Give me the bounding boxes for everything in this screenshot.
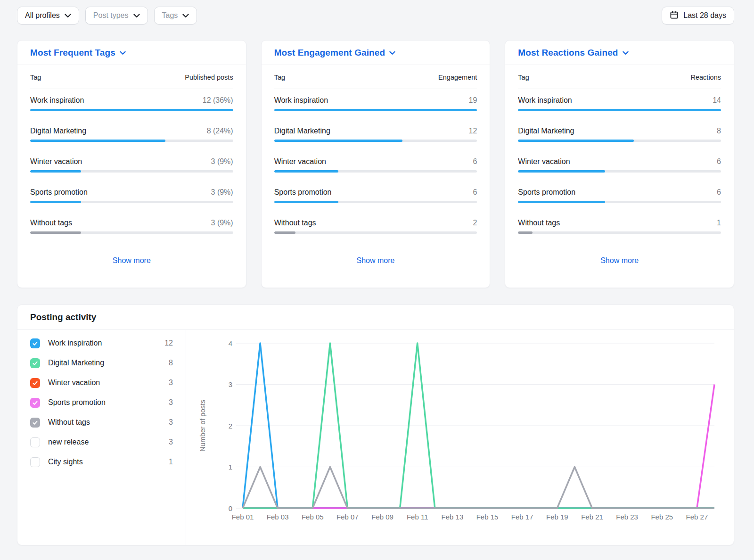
- stat-card-2: Most Reactions Gained Tag Reactions Work…: [505, 40, 734, 288]
- legend-count: 3: [169, 418, 173, 427]
- card-title: Most Engagement Gained: [274, 48, 385, 58]
- checkbox-unchecked-icon[interactable]: [30, 437, 40, 447]
- column-headers: Tag Published posts: [30, 74, 233, 89]
- line-chart: 01234Feb 01Feb 03Feb 05Feb 07Feb 09Feb 1…: [186, 330, 734, 545]
- series-line-sports-promotion: [243, 385, 714, 509]
- legend-count: 12: [164, 339, 173, 347]
- checkbox-checked-icon[interactable]: [30, 378, 40, 388]
- legend-label: Without tags: [48, 418, 169, 427]
- checkbox-checked-icon[interactable]: [30, 358, 40, 368]
- tag-name: Without tags: [518, 219, 560, 227]
- tag-ratio-bar: [30, 140, 233, 142]
- tag-value: 12 (36%): [203, 96, 233, 105]
- col-value: Reactions: [691, 74, 721, 81]
- tag-value: 3 (9%): [211, 157, 233, 166]
- tag-ratio-bar: [30, 109, 233, 111]
- card-title-dropdown[interactable]: Most Engagement Gained: [262, 41, 490, 65]
- tag-row: Winter vacation 6: [274, 150, 477, 181]
- posting-activity-title: Posting activity: [30, 312, 96, 322]
- tags-filter-label: Tags: [162, 11, 178, 20]
- tag-name: Winter vacation: [30, 157, 82, 166]
- x-tick-label: Feb 15: [476, 513, 499, 521]
- x-tick-label: Feb 25: [651, 513, 673, 521]
- legend-label: Digital Marketing: [48, 359, 169, 367]
- legend-item[interactable]: Digital Marketing8: [30, 353, 173, 373]
- y-tick-label: 2: [229, 422, 232, 430]
- tag-row: Sports promotion 3 (9%): [30, 181, 233, 212]
- tag-row: Winter vacation 6: [518, 150, 721, 181]
- tag-value: 8 (24%): [207, 127, 233, 135]
- tag-name: Winter vacation: [274, 157, 326, 166]
- legend-label: new release: [48, 438, 169, 446]
- card-title: Most Reactions Gained: [518, 48, 618, 58]
- posting-activity-chart: 01234Feb 01Feb 03Feb 05Feb 07Feb 09Feb 1…: [186, 330, 734, 545]
- legend-item[interactable]: City sights1: [30, 452, 173, 472]
- tag-name: Winter vacation: [518, 157, 570, 166]
- y-tick-label: 0: [229, 504, 232, 512]
- card-title-dropdown[interactable]: Most Frequent Tags: [17, 41, 246, 65]
- x-tick-label: Feb 07: [336, 513, 359, 521]
- legend-count: 3: [169, 379, 173, 387]
- legend-item[interactable]: new release3: [30, 432, 173, 452]
- checkbox-checked-icon[interactable]: [30, 338, 40, 348]
- tag-name: Work inspiration: [30, 96, 84, 105]
- x-tick-label: Feb 03: [267, 513, 289, 521]
- tag-name: Sports promotion: [30, 188, 88, 197]
- legend-count: 3: [169, 438, 173, 446]
- post-types-filter-dropdown[interactable]: Post types: [85, 7, 148, 25]
- card-title-dropdown[interactable]: Most Reactions Gained: [505, 41, 734, 65]
- legend-count: 8: [169, 359, 173, 367]
- show-more-link[interactable]: Show more: [518, 256, 721, 265]
- tag-name: Work inspiration: [518, 96, 572, 105]
- tag-row: Digital Marketing 8 (24%): [30, 120, 233, 150]
- tag-row: Without tags 2: [274, 212, 477, 242]
- profiles-filter-dropdown[interactable]: All profiles: [17, 7, 79, 25]
- x-tick-label: Feb 27: [686, 513, 708, 521]
- show-more-link[interactable]: Show more: [274, 256, 477, 265]
- tag-value: 6: [473, 157, 477, 166]
- legend-label: Winter vacation: [48, 379, 169, 387]
- chevron-down-icon: [623, 49, 629, 57]
- legend-label: Sports promotion: [48, 398, 169, 407]
- tags-filter-dropdown[interactable]: Tags: [154, 7, 197, 25]
- tag-row: Sports promotion 6: [518, 181, 721, 212]
- x-tick-label: Feb 09: [371, 513, 393, 521]
- y-tick-label: 3: [229, 380, 232, 388]
- tag-ratio-bar: [518, 140, 721, 142]
- checkbox-unchecked-icon[interactable]: [30, 457, 40, 467]
- tag-row: Winter vacation 3 (9%): [30, 150, 233, 181]
- x-tick-label: Feb 23: [616, 513, 638, 521]
- date-range-label: Last 28 days: [683, 11, 726, 20]
- legend-item[interactable]: Work inspiration12: [30, 333, 173, 353]
- tag-row: Work inspiration 12 (36%): [30, 89, 233, 120]
- tag-value: 12: [469, 127, 477, 135]
- legend-count: 3: [169, 398, 173, 407]
- checkbox-checked-icon[interactable]: [30, 398, 40, 408]
- checkbox-checked-icon[interactable]: [30, 418, 40, 428]
- legend-item[interactable]: Winter vacation3: [30, 373, 173, 393]
- posting-activity-header: Posting activity: [17, 305, 734, 330]
- tag-row: Digital Marketing 12: [274, 120, 477, 150]
- x-tick-label: Feb 11: [407, 513, 428, 521]
- show-more-link[interactable]: Show more: [30, 256, 233, 265]
- date-range-selector[interactable]: Last 28 days: [662, 7, 734, 25]
- tag-ratio-bar: [518, 170, 721, 173]
- tag-ratio-bar: [518, 109, 721, 111]
- tag-value: 3 (9%): [211, 188, 233, 197]
- tag-row: Without tags 3 (9%): [30, 212, 233, 242]
- tag-name: Without tags: [274, 219, 316, 227]
- legend-item[interactable]: Sports promotion3: [30, 393, 173, 412]
- tag-ratio-bar: [274, 231, 477, 234]
- col-tag: Tag: [274, 74, 285, 81]
- chevron-down-icon: [389, 49, 395, 57]
- legend-item[interactable]: Without tags3: [30, 412, 173, 432]
- post-types-filter-label: Post types: [93, 11, 129, 20]
- x-tick-label: Feb 05: [302, 513, 324, 521]
- stat-card-1: Most Engagement Gained Tag Engagement Wo…: [261, 40, 491, 288]
- tag-value: 19: [469, 96, 477, 105]
- tag-ratio-bar: [274, 170, 477, 173]
- tag-ratio-bar: [274, 140, 477, 142]
- x-tick-label: Feb 21: [581, 513, 603, 521]
- tag-value: 6: [717, 188, 721, 197]
- col-tag: Tag: [518, 74, 529, 81]
